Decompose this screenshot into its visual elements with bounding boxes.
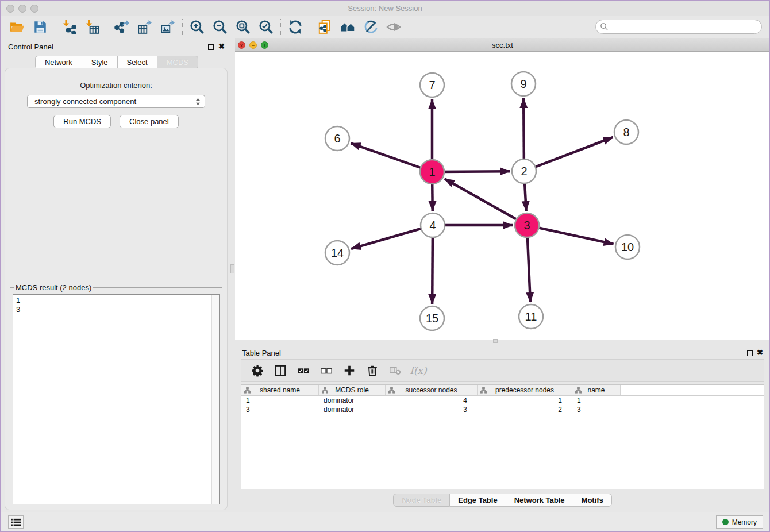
- run-mcds-button[interactable]: Run MCDS: [53, 115, 111, 128]
- zoom-in-icon[interactable]: [186, 18, 209, 36]
- table-toolbar: f(x): [241, 359, 764, 382]
- select-all-icon[interactable]: [293, 361, 314, 380]
- fit-content-icon[interactable]: [232, 18, 255, 36]
- tab-network[interactable]: Network: [35, 56, 82, 69]
- graph-edge-2-8[interactable]: [524, 137, 613, 171]
- float-panel-icon[interactable]: [208, 44, 214, 50]
- settings-gear-icon[interactable]: [247, 361, 268, 380]
- table-cell[interactable]: 3: [386, 405, 478, 414]
- close-panel-button[interactable]: Close panel: [120, 115, 179, 128]
- open-file-icon[interactable]: [6, 18, 29, 36]
- graph-node-label-8: 8: [623, 126, 629, 138]
- column-header-label: predecessor nodes: [495, 386, 554, 394]
- export-network-icon[interactable]: [110, 18, 133, 36]
- mcds-result-title: MCDS result (2 nodes): [14, 283, 93, 292]
- memory-status-icon: [722, 519, 729, 525]
- graph-node-label-1: 1: [429, 165, 435, 178]
- deselect-all-icon[interactable]: [316, 361, 337, 380]
- control-panel-title: Control Panel: [8, 43, 53, 51]
- duplicate-network-icon[interactable]: [313, 18, 336, 36]
- table-cell[interactable]: 3: [572, 405, 621, 414]
- tab-mcds[interactable]: MCDS: [157, 56, 198, 69]
- graph-node-label-9: 9: [520, 78, 526, 90]
- graph-node-label-3: 3: [523, 219, 530, 232]
- graph-edge-3-1[interactable]: [445, 179, 527, 225]
- table-cell[interactable]: 4: [386, 396, 478, 405]
- table-cell[interactable]: 3: [241, 405, 319, 414]
- app-window: Session: New Session: [0, 0, 770, 532]
- tab-node-table[interactable]: Node Table: [393, 494, 450, 507]
- graph-edge-3-10[interactable]: [527, 225, 614, 244]
- table-cell[interactable]: 1: [572, 396, 621, 405]
- table-row[interactable]: 1dominator411: [241, 396, 764, 405]
- result-scrollbar[interactable]: [211, 295, 219, 504]
- zoom-out-icon[interactable]: [209, 18, 232, 36]
- search-box: [595, 20, 762, 34]
- column-header-predecessor-nodes[interactable]: predecessor nodes: [478, 385, 572, 395]
- export-image-icon[interactable]: [156, 18, 179, 36]
- table-panel-tabs: Node TableEdge TableNetwork TableMotifs: [235, 494, 770, 507]
- toolbar-separator: [55, 19, 55, 35]
- table-cell[interactable]: 1: [241, 396, 319, 405]
- table-body: 1dominator4113dominator323: [241, 396, 764, 414]
- graph-node-label-11: 11: [525, 310, 537, 323]
- toolbar-separator: [280, 19, 281, 35]
- task-history-button[interactable]: [8, 515, 24, 529]
- criterion-dropdown[interactable]: strongly connected component: [27, 95, 205, 108]
- window-title: Session: New Session: [1, 4, 769, 13]
- add-column-icon[interactable]: [339, 361, 360, 380]
- main-toolbar: [1, 17, 769, 37]
- node-table[interactable]: shared nameMCDS rolesuccessor nodesprede…: [241, 384, 764, 489]
- network-window-titlebar[interactable]: x – + scc.txt: [235, 38, 770, 52]
- vertical-splitter-grip[interactable]: [230, 264, 234, 273]
- column-header-label: shared name: [260, 386, 300, 394]
- network-canvas[interactable]: 1234678910111415: [235, 52, 770, 340]
- first-neighbors-icon[interactable]: [336, 18, 359, 36]
- control-panel: Control Panel ✖ NetworkStyleSelectMCDS O…: [1, 38, 232, 512]
- search-input[interactable]: [595, 20, 762, 34]
- column-header-successor-nodes[interactable]: successor nodes: [386, 385, 478, 395]
- export-table-icon[interactable]: [133, 18, 156, 36]
- delete-column-icon[interactable]: [362, 361, 383, 380]
- import-network-icon[interactable]: [58, 18, 81, 36]
- mcds-result-list[interactable]: 1 3: [13, 294, 220, 504]
- table-row[interactable]: 3dominator323: [241, 405, 764, 414]
- column-header-MCDS-role[interactable]: MCDS role: [319, 385, 386, 395]
- tab-network-table[interactable]: Network Table: [506, 494, 573, 507]
- network-graph[interactable]: 1234678910111415: [235, 52, 770, 340]
- optimization-criterion-label: Optimization criterion:: [5, 81, 227, 90]
- import-table-icon[interactable]: [81, 18, 104, 36]
- horizontal-splitter-grip[interactable]: [493, 339, 498, 343]
- graph-node-label-4: 4: [429, 219, 436, 232]
- column-header-label: successor nodes: [405, 386, 457, 394]
- column-header-shared-name[interactable]: shared name: [241, 385, 319, 395]
- tab-motifs[interactable]: Motifs: [573, 494, 612, 507]
- column-header-label: name: [587, 386, 605, 394]
- graph-node-label-14: 14: [331, 246, 344, 259]
- window-titlebar: Session: New Session: [1, 1, 769, 16]
- table-cell[interactable]: 2: [478, 405, 572, 414]
- table-cell[interactable]: dominator: [319, 405, 386, 414]
- table-cell[interactable]: 1: [478, 396, 572, 405]
- save-session-icon[interactable]: [29, 18, 52, 36]
- close-panel-icon[interactable]: ✖: [757, 349, 763, 356]
- criterion-dropdown-value: strongly connected component: [34, 97, 136, 106]
- mcds-result-values: 1 3: [16, 296, 20, 314]
- zoom-selected-icon[interactable]: [255, 18, 278, 36]
- memory-button[interactable]: Memory: [716, 515, 763, 529]
- tab-style[interactable]: Style: [82, 56, 118, 69]
- table-cell[interactable]: dominator: [319, 396, 386, 405]
- show-column-icon[interactable]: [270, 361, 291, 380]
- column-header-name[interactable]: name: [572, 385, 621, 395]
- close-panel-icon[interactable]: ✖: [218, 43, 225, 50]
- tab-select[interactable]: Select: [118, 56, 157, 69]
- refresh-icon[interactable]: [284, 18, 307, 36]
- tab-edge-table[interactable]: Edge Table: [450, 494, 506, 507]
- mcds-result-fieldset: MCDS result (2 nodes) 1 3: [10, 283, 222, 507]
- bird-view-icon[interactable]: [382, 18, 405, 36]
- table-panel-title: Table Panel: [242, 349, 281, 357]
- hide-graphics-details-icon[interactable]: [359, 18, 382, 36]
- graph-edge-1-6[interactable]: [351, 143, 432, 172]
- graph-node-label-7: 7: [429, 79, 435, 91]
- float-panel-icon[interactable]: [747, 350, 753, 356]
